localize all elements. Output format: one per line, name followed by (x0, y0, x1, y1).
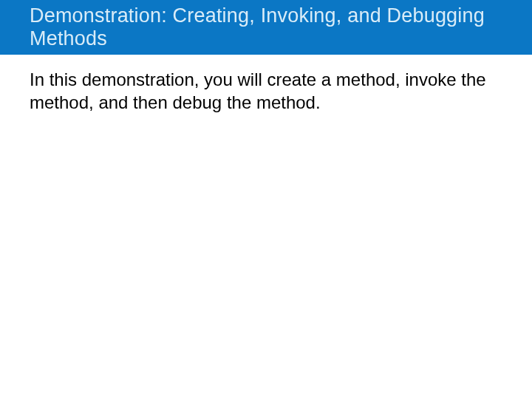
title-bar: Demonstration: Creating, Invoking, and D… (0, 0, 532, 55)
slide-body-text: In this demonstration, you will create a… (30, 68, 488, 114)
slide: Demonstration: Creating, Invoking, and D… (0, 0, 532, 399)
slide-body-area: In this demonstration, you will create a… (0, 55, 532, 399)
slide-title: Demonstration: Creating, Invoking, and D… (30, 4, 502, 50)
